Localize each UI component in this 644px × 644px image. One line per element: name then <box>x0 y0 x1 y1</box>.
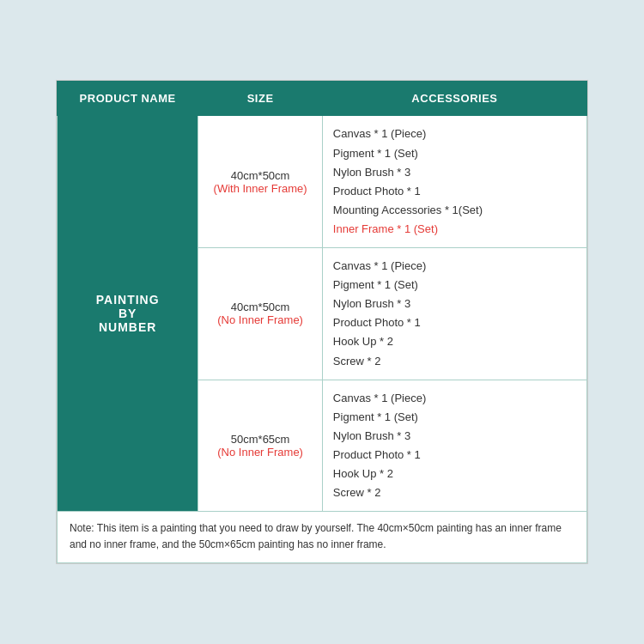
accessories-list-1: Canvas * 1 (Piece)Pigment * 1 (Set)Nylon… <box>333 257 576 371</box>
accessory-item-1-1: Pigment * 1 (Set) <box>333 276 576 295</box>
accessories-cell-0: Canvas * 1 (Piece)Pigment * 1 (Set)Nylon… <box>322 116 586 248</box>
size-sub-0: (With Inner Frame) <box>209 182 312 195</box>
header-accessories: ACCESSORIES <box>322 82 586 116</box>
header-size: SIZE <box>198 82 323 116</box>
product-table-wrapper: PRODUCT NAME SIZE ACCESSORIES PAINTING B… <box>56 80 588 563</box>
size-cell-2: 50cm*65cm(No Inner Frame) <box>198 380 323 512</box>
accessory-item-0-2: Nylon Brush * 3 <box>333 163 576 182</box>
accessories-list-0: Canvas * 1 (Piece)Pigment * 1 (Set)Nylon… <box>333 125 576 239</box>
accessory-item-1-0: Canvas * 1 (Piece) <box>333 257 576 276</box>
note-cell: Note: This item is a painting that you n… <box>58 512 587 562</box>
accessory-item-1-3: Product Photo * 1 <box>333 313 576 332</box>
accessory-item-1-4: Hook Up * 2 <box>333 332 576 351</box>
accessory-item-0-0: Canvas * 1 (Piece) <box>333 125 576 143</box>
size-sub-2: (No Inner Frame) <box>209 446 312 459</box>
product-name-cell: PAINTING BY NUMBER <box>58 116 198 512</box>
size-cell-1: 40cm*50cm(No Inner Frame) <box>198 248 323 380</box>
size-sub-1: (No Inner Frame) <box>209 313 312 326</box>
accessory-item-2-2: Nylon Brush * 3 <box>333 427 576 446</box>
size-cell-0: 40cm*50cm(With Inner Frame) <box>198 116 323 248</box>
accessory-item-0-5: Inner Frame * 1 (Set) <box>333 220 576 239</box>
size-main-1: 40cm*50cm <box>209 301 312 313</box>
accessory-item-0-4: Mounting Accessories * 1(Set) <box>333 201 576 220</box>
size-main-0: 40cm*50cm <box>209 169 312 182</box>
accessory-item-1-5: Screw * 2 <box>333 352 576 371</box>
accessories-list-2: Canvas * 1 (Piece)Pigment * 1 (Set)Nylon… <box>333 389 576 503</box>
accessory-item-2-4: Hook Up * 2 <box>333 465 576 483</box>
accessory-item-2-5: Screw * 2 <box>333 483 576 502</box>
size-main-2: 50cm*65cm <box>209 433 312 446</box>
product-table: PRODUCT NAME SIZE ACCESSORIES PAINTING B… <box>57 81 587 562</box>
accessory-item-0-1: Pigment * 1 (Set) <box>333 144 576 163</box>
accessory-item-2-0: Canvas * 1 (Piece) <box>333 389 576 408</box>
accessory-item-0-3: Product Photo * 1 <box>333 182 576 201</box>
accessory-item-2-3: Product Photo * 1 <box>333 446 576 465</box>
accessories-cell-2: Canvas * 1 (Piece)Pigment * 1 (Set)Nylon… <box>322 380 586 512</box>
accessory-item-2-1: Pigment * 1 (Set) <box>333 408 576 427</box>
accessory-item-1-2: Nylon Brush * 3 <box>333 295 576 313</box>
accessories-cell-1: Canvas * 1 (Piece)Pigment * 1 (Set)Nylon… <box>322 248 586 380</box>
header-product-name: PRODUCT NAME <box>58 82 198 116</box>
